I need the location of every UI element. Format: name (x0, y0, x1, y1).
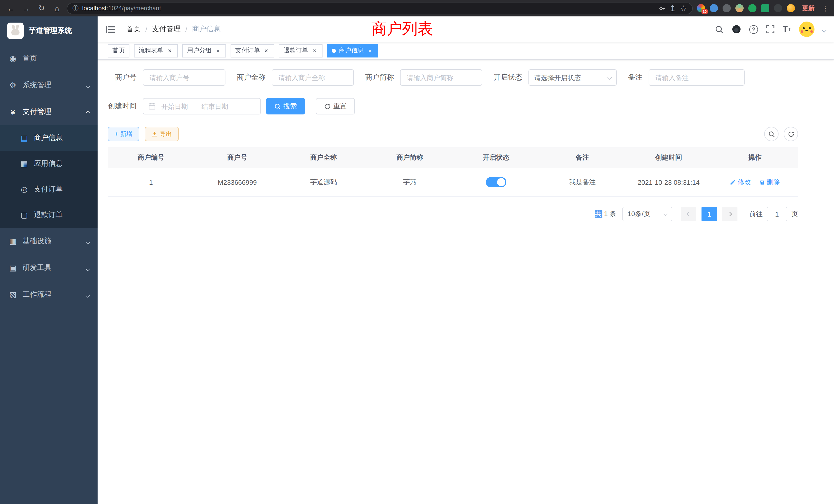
close-icon[interactable]: × (263, 47, 270, 54)
browser-reload-icon[interactable]: ↻ (36, 3, 47, 14)
add-button[interactable]: + 新增 (108, 127, 139, 141)
close-icon[interactable]: × (215, 47, 221, 54)
sidebar-item-refund-order[interactable]: ▢ 退款订单 (0, 202, 97, 228)
address-bar[interactable]: ⓘ localhost:1024/pay/merchant ↥ ☆ (67, 2, 693, 14)
close-icon[interactable]: × (167, 47, 173, 54)
export-button[interactable]: 导出 (145, 127, 179, 141)
browser-back-icon[interactable]: ← (5, 3, 17, 14)
tags-view: 首页 流程表单× 用户分组× 支付订单× 退款订单× 商户信息× (97, 42, 834, 60)
tab-refund-order[interactable]: 退款订单× (279, 44, 323, 57)
breadcrumb-current: 商户信息 (192, 25, 221, 34)
cell-status (453, 168, 539, 196)
next-page-button[interactable] (722, 207, 738, 221)
github-icon[interactable] (732, 25, 741, 34)
sidebar-item-workflow[interactable]: ▧ 工作流程 (0, 281, 97, 308)
merchant-name-input[interactable] (272, 69, 354, 86)
cell-full-name: 芋道源码 (280, 168, 367, 196)
search-button[interactable]: 搜索 (266, 98, 305, 114)
delete-link[interactable]: 删除 (759, 178, 780, 187)
yen-icon: ¥ (8, 108, 18, 116)
target-icon: ◎ (20, 185, 29, 194)
refresh-table-button[interactable] (784, 127, 798, 141)
extension-icon[interactable] (710, 4, 718, 12)
profile-avatar-icon[interactable] (787, 4, 795, 12)
extension-badge: 10 (702, 9, 708, 14)
toggle-search-button[interactable] (764, 127, 778, 141)
date-range-picker[interactable]: - (143, 98, 261, 114)
sidebar-item-system-management[interactable]: ⚙ 系统管理 (0, 72, 97, 98)
tab-merchant-info[interactable]: 商户信息× (327, 44, 378, 57)
prev-page-button[interactable] (681, 207, 696, 221)
logo[interactable]: 芋道管理系统 (0, 17, 97, 45)
monitor-icon: ▥ (8, 236, 18, 246)
remark-input[interactable] (649, 69, 745, 86)
payment-submenu: ▤ 商户信息 ▦ 应用信息 ◎ 支付订单 ▢ 退款订单 (0, 125, 97, 228)
search-icon[interactable] (715, 25, 724, 33)
merchant-no-input[interactable] (143, 69, 225, 86)
search-icon (274, 103, 281, 110)
share-icon[interactable]: ↥ (670, 3, 676, 13)
browser-forward-icon[interactable]: → (21, 3, 32, 14)
help-icon[interactable]: ? (749, 25, 758, 33)
merchant-short-input[interactable] (400, 69, 482, 86)
edit-link[interactable]: 修改 (730, 178, 751, 187)
tab-user-group[interactable]: 用户分组× (182, 44, 226, 57)
gear-icon: ⚙ (8, 81, 18, 90)
browser-update-button[interactable]: 更新 (799, 2, 817, 14)
status-select[interactable] (528, 69, 617, 86)
merchant-no-label: 商户号 (108, 73, 137, 82)
pencil-icon (730, 179, 736, 185)
extension-icon[interactable] (761, 4, 769, 12)
sidebar-item-payment-management[interactable]: ¥ 支付管理 (0, 98, 97, 125)
page-number-button[interactable]: 1 (702, 207, 717, 221)
table-toolbar: + 新增 导出 (108, 127, 798, 141)
chevron-down-icon (86, 264, 89, 272)
url-text: localhost:1024/pay/merchant (82, 5, 656, 12)
extension-icon[interactable] (736, 4, 744, 12)
extension-icon[interactable] (723, 4, 731, 12)
extension-icon[interactable] (748, 4, 756, 12)
site-info-icon[interactable]: ⓘ (72, 4, 79, 13)
font-size-icon[interactable]: TT (783, 25, 791, 34)
sidebar-item-infrastructure[interactable]: ▥ 基础设施 (0, 228, 97, 255)
chevron-left-icon (687, 212, 691, 216)
chevron-down-icon (608, 75, 612, 80)
close-icon[interactable]: × (367, 47, 373, 54)
annotation-title: 商户列表 (371, 19, 433, 40)
close-icon[interactable]: × (311, 47, 318, 54)
dashboard-icon: ◉ (8, 54, 18, 63)
sidebar-item-merchant-info[interactable]: ▤ 商户信息 (0, 125, 97, 151)
key-icon[interactable] (659, 5, 666, 12)
tab-home[interactable]: 首页 (108, 44, 129, 57)
sidebar-item-pay-order[interactable]: ◎ 支付订单 (0, 177, 97, 202)
browser-menu-icon[interactable]: ⋮ (822, 4, 829, 12)
breadcrumb-home[interactable]: 首页 (126, 25, 141, 34)
avatar-caret-icon[interactable] (823, 25, 826, 34)
extension-icon[interactable] (774, 4, 782, 12)
user-avatar[interactable] (799, 22, 814, 37)
tab-pay-order[interactable]: 支付订单× (231, 44, 274, 57)
fullscreen-icon[interactable] (766, 25, 774, 33)
card-icon: ▤ (20, 134, 29, 143)
date-end-input[interactable] (199, 102, 231, 110)
status-toggle[interactable] (486, 177, 506, 187)
bookmark-star-icon[interactable]: ☆ (680, 3, 687, 13)
search-icon (768, 131, 775, 137)
workflow-icon: ▧ (8, 290, 18, 299)
breadcrumb-payment[interactable]: 支付管理 (152, 25, 181, 34)
page-size-select[interactable]: 10条/页 (622, 207, 672, 221)
table-header-row: 商户编号 商户号 商户全称 商户简称 开启状态 备注 创建时间 操作 (108, 147, 798, 168)
hamburger-icon[interactable] (106, 25, 115, 33)
goto-page-input[interactable] (767, 207, 787, 221)
sidebar-item-dev-tools[interactable]: ▣ 研发工具 (0, 255, 97, 281)
sidebar-item-home[interactable]: ◉ 首页 (0, 45, 97, 72)
calendar-icon (148, 102, 156, 110)
sidebar-item-app-info[interactable]: ▦ 应用信息 (0, 151, 97, 177)
extension-icon[interactable]: 10 (697, 4, 705, 12)
tab-process-form[interactable]: 流程表单× (134, 44, 178, 57)
browser-home-icon[interactable]: ⌂ (51, 3, 63, 14)
navbar-actions: ? TT (715, 22, 826, 37)
reset-button[interactable]: 重置 (316, 98, 355, 114)
date-start-input[interactable] (159, 102, 191, 110)
chevron-up-icon (86, 108, 89, 116)
